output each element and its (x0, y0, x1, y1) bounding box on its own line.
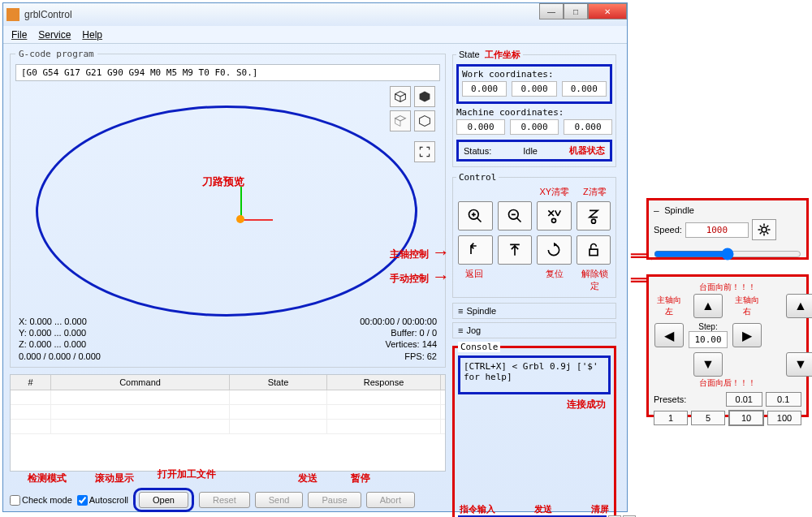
svg-point-2 (552, 218, 556, 222)
spindle-toggle-button[interactable] (752, 219, 776, 240)
preset-button[interactable]: 5 (691, 411, 725, 425)
z-zero-button[interactable] (577, 201, 611, 230)
status-annot: 机器状态 (569, 144, 605, 157)
label-clear: 清屏 (591, 503, 609, 515)
label-unlock: 解除锁定 (577, 268, 613, 292)
label-autoscroll: 滚动显示 (95, 472, 134, 485)
view-iso-solid-button[interactable] (414, 86, 435, 107)
console-panel: Console [CTRL+X] < Grbl 0.9j ['$' for he… (452, 342, 616, 517)
menu-file[interactable]: File (11, 29, 27, 41)
preset-button[interactable]: 0.1 (766, 392, 802, 407)
speed-input[interactable] (685, 222, 749, 238)
return-button[interactable] (458, 235, 493, 265)
jog-collapse[interactable]: ≡Jog (452, 322, 616, 338)
view-top-button[interactable] (390, 110, 411, 131)
preset-button[interactable]: 0.01 (726, 392, 762, 407)
col-command[interactable]: Command (51, 375, 230, 390)
reset-grbl-button[interactable] (537, 235, 572, 265)
menubar: File Service Help (3, 26, 627, 44)
gcode-panel: G-code program [G0 G54 G17 G21 G90 G94 M… (10, 49, 446, 368)
col-num[interactable]: # (11, 375, 51, 390)
checkmode-checkbox[interactable]: Check mode (10, 495, 72, 506)
console-success-label: 连接成功 (458, 394, 611, 415)
preset-button[interactable]: 1 (654, 411, 688, 425)
mach-y: 0.000 (510, 119, 559, 135)
mach-z: 0.000 (564, 119, 612, 135)
mach-coords-label: Machine coordinates: (456, 107, 612, 118)
zoom-in-button[interactable] (458, 201, 493, 230)
safe-z-button[interactable] (498, 235, 533, 265)
minimize-button[interactable]: — (539, 3, 564, 19)
jog-overlay: 台面向前！！！ 主轴向左 ▲ 主轴向右 ▲ ◀ Step: 10.00 ▶ ▼ … (646, 274, 809, 417)
close-button[interactable]: ✕ (588, 3, 627, 19)
menu-service[interactable]: Service (38, 29, 71, 41)
toolpath-preview[interactable]: 刀路预览 (15, 81, 440, 333)
state-panel: State 工作坐标 Work coordinates: 0.000 0.000… (452, 49, 616, 167)
svg-rect-4 (590, 249, 598, 256)
pause-button[interactable]: Pause (308, 492, 361, 508)
spindle-annot: 主轴控制 (390, 248, 429, 261)
xy-zero-button[interactable] (537, 201, 572, 230)
maximize-button[interactable]: □ (564, 3, 588, 19)
jog-right-label: 主轴向右 (732, 295, 762, 317)
fit-view-button[interactable] (414, 141, 435, 162)
label-checkmode: 检测模式 (28, 472, 67, 485)
label-send: 发送 (534, 503, 552, 515)
main-window: grblControl — □ ✕ File Service Help G-co… (2, 2, 628, 512)
view-iso-button[interactable] (390, 86, 411, 107)
col-response[interactable]: Response (327, 375, 441, 390)
gcode-line: [G0 G54 G17 G21 G90 G94 M0 M5 M9 T0 F0. … (15, 64, 440, 81)
preset-button[interactable]: 100 (767, 411, 801, 425)
label-send: 发送 (298, 472, 317, 485)
status-label: Status: (464, 146, 491, 156)
work-coords-box: Work coordinates: 0.000 0.000 0.000 (456, 64, 612, 104)
reset-button[interactable]: Reset (199, 492, 250, 508)
label-z-zero: Z清零 (577, 186, 613, 198)
autoscroll-checkbox[interactable]: Autoscroll (77, 495, 128, 506)
jog-down-label: 台面向后！！！ (654, 377, 801, 389)
jog-z-plus-button[interactable]: ▲ (786, 294, 812, 318)
speed-slider[interactable] (654, 245, 801, 263)
send-button[interactable]: Send (255, 492, 304, 508)
jog-z-minus-button[interactable]: ▼ (786, 352, 812, 377)
speed-label: Speed: (654, 225, 682, 235)
state-annot: 工作坐标 (485, 50, 520, 59)
work-y: 0.000 (512, 81, 556, 97)
jog-y-plus-button[interactable]: ▲ (693, 294, 723, 318)
mach-x: 0.000 (456, 119, 505, 135)
command-table: # Command State Response (10, 374, 446, 472)
arrow-icon: → (432, 266, 450, 287)
perf-stats: 00:00:00 / 00:00:00 Buffer: 0 / 0 Vertic… (360, 316, 437, 362)
hamburger-icon: ≡ (458, 325, 463, 335)
toolpath-shape (36, 106, 417, 317)
work-z: 0.000 (562, 81, 607, 97)
label-input: 指令输入 (460, 503, 495, 515)
menu-help[interactable]: Help (82, 29, 102, 41)
jog-left-label: 主轴向左 (654, 295, 685, 317)
zoom-out-button[interactable] (498, 201, 533, 230)
step-value[interactable]: 10.00 (689, 331, 728, 348)
label-open: 打开加工文件 (158, 467, 216, 481)
jog-y-minus-button[interactable]: ▼ (693, 352, 723, 377)
titlebar: grblControl — □ ✕ (3, 3, 627, 26)
label-return: 返回 (456, 268, 492, 292)
spindle-collapse[interactable]: ≡Spindle (452, 303, 616, 319)
col-state[interactable]: State (230, 375, 327, 390)
unlock-button[interactable] (577, 235, 611, 265)
label-pause: 暂停 (351, 472, 370, 485)
work-x: 0.000 (462, 81, 507, 97)
view-front-button[interactable] (414, 110, 435, 131)
preview-label: 刀路预览 (202, 174, 244, 189)
jog-x-minus-button[interactable]: ◀ (654, 323, 684, 347)
arrow-icon: → (432, 242, 450, 263)
jog-x-plus-button[interactable]: ▶ (732, 323, 762, 347)
presets-label: Presets: (654, 394, 723, 404)
open-button[interactable]: Open (139, 492, 188, 508)
jog-annot: 手动控制 (390, 272, 429, 286)
label-reset: 复位 (537, 268, 572, 292)
spindle-overlay: — Spindle Speed: (646, 198, 809, 260)
abort-button[interactable]: Abort (366, 492, 415, 508)
window-title: grblControl (24, 9, 72, 20)
control-panel: Control XY清零 Z清零 返回 (452, 172, 616, 298)
preset-button[interactable]: 10 (728, 410, 764, 426)
